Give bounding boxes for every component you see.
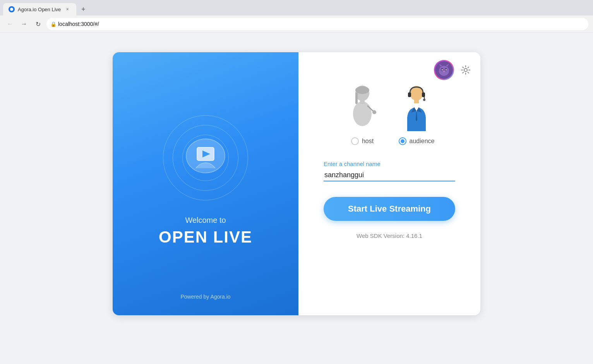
svg-rect-17 — [360, 99, 365, 104]
page-content: Welcome to OPEN LIVE Powered by Agora.io — [0, 33, 593, 364]
powered-by-text: Powered by Agora.io — [180, 294, 230, 300]
svg-rect-24 — [414, 99, 419, 103]
start-streaming-button[interactable]: Start Live Streaming — [324, 197, 455, 221]
host-label: host — [362, 138, 374, 145]
audience-figure — [397, 85, 436, 133]
host-figure — [343, 85, 382, 133]
top-right-controls — [434, 60, 473, 80]
svg-point-14 — [355, 86, 369, 94]
audience-radio[interactable] — [399, 137, 406, 145]
logo-area: Welcome to OPEN LIVE — [159, 68, 252, 294]
new-tab-button[interactable]: + — [78, 4, 89, 15]
tab-favicon — [9, 6, 15, 12]
svg-point-19 — [372, 110, 376, 114]
host-radio[interactable] — [351, 137, 359, 145]
address-input[interactable] — [46, 18, 588, 30]
svg-point-12 — [464, 68, 467, 72]
right-panel: host — [298, 52, 480, 315]
logo-svg — [182, 137, 229, 179]
host-svg — [343, 85, 382, 131]
audience-label: audience — [410, 138, 435, 145]
svg-point-16 — [353, 101, 372, 126]
tab-close-button[interactable]: × — [64, 6, 71, 13]
host-radio-row: host — [351, 137, 374, 145]
gear-icon — [460, 65, 471, 75]
lock-icon: 🔒 — [50, 21, 57, 27]
role-selection: host — [343, 85, 436, 145]
forward-button[interactable]: → — [19, 19, 29, 29]
user-avatar[interactable] — [434, 60, 454, 80]
host-option[interactable]: host — [343, 85, 382, 145]
address-bar: ← → ↻ 🔒 — [0, 15, 593, 32]
tab-title: Agora.io Open Live — [18, 7, 61, 12]
sdk-version: Web SDK Version: 4.16.1 — [356, 232, 422, 239]
welcome-text: Welcome to — [185, 216, 226, 225]
app-title: OPEN LIVE — [159, 228, 252, 246]
address-wrap: 🔒 — [46, 18, 588, 30]
back-button[interactable]: ← — [5, 19, 15, 29]
svg-point-23 — [423, 99, 425, 101]
svg-point-7 — [442, 69, 443, 70]
audience-svg — [397, 85, 436, 131]
logo-circles — [163, 115, 248, 200]
settings-button[interactable] — [459, 63, 473, 77]
svg-point-4 — [439, 66, 449, 76]
svg-point-11 — [444, 71, 445, 72]
audience-option[interactable]: audience — [397, 85, 436, 145]
channel-section: Enter a channel name — [324, 161, 455, 181]
radio-dot — [401, 139, 404, 143]
channel-label: Enter a channel name — [324, 161, 455, 167]
svg-rect-21 — [408, 92, 411, 97]
main-card: Welcome to OPEN LIVE Powered by Agora.io — [113, 52, 480, 315]
channel-input[interactable] — [324, 169, 455, 181]
avatar-svg — [435, 61, 453, 79]
active-tab[interactable]: Agora.io Open Live × — [3, 3, 76, 15]
avatar-inner — [435, 61, 453, 79]
svg-rect-15 — [355, 92, 358, 104]
audience-radio-row: audience — [399, 137, 435, 145]
browser-chrome: Agora.io Open Live × + ← → ↻ 🔒 — [0, 0, 593, 33]
svg-point-8 — [446, 69, 447, 70]
tab-bar: Agora.io Open Live × + — [0, 0, 593, 15]
left-panel: Welcome to OPEN LIVE Powered by Agora.io — [113, 52, 298, 315]
reload-button[interactable]: ↻ — [33, 19, 43, 29]
